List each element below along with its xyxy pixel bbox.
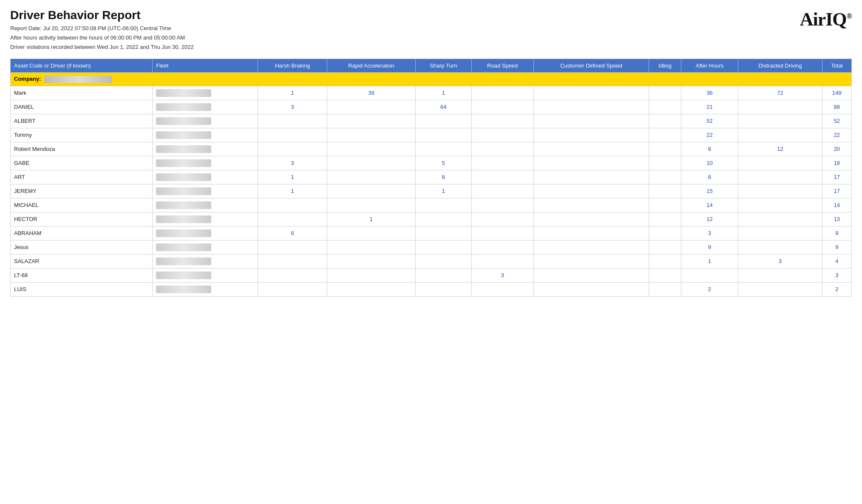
report-date-line: Report Date: Jul 20, 2022 07:50:08 PM (U… [10,24,194,33]
after-hours-cell: 15 [681,184,738,198]
harsh-braking-cell: 3 [258,100,327,114]
driver-name: LT-68 [11,268,153,282]
idling-cell [649,156,681,170]
sharp-turn-cell [415,254,471,268]
after-hours-cell: 8 [681,142,738,156]
after-hours-cell: 10 [681,156,738,170]
fleet-cell [153,142,258,156]
harsh-braking-cell: 1 [258,170,327,184]
fleet-cell [153,128,258,142]
rapid-accel-cell [327,114,416,128]
idling-cell [649,86,681,100]
distracted-driving-cell [738,100,822,114]
road-speed-cell [471,240,533,254]
table-row: GABE351018 [11,156,852,170]
idling-cell [649,268,681,282]
table-row: ABRAHAM639 [11,226,852,240]
col-header-fleet: Fleet [153,59,258,73]
fleet-cell [153,114,258,128]
distracted-driving-cell [738,198,822,212]
fleet-cell [153,170,258,184]
table-row: LUIS22 [11,282,852,296]
idling-cell [649,184,681,198]
total-cell: 3 [822,268,851,282]
road-speed-cell [471,142,533,156]
rapid-accel-cell [327,226,416,240]
cds-cell [533,114,649,128]
cds-cell [533,212,649,226]
road-speed-cell [471,170,533,184]
fleet-cell [153,156,258,170]
fleet-cell [153,226,258,240]
sharp-turn-cell: 1 [415,184,471,198]
col-header-idling: Idling [649,59,681,73]
distracted-driving-cell [738,212,822,226]
table-row: Robert Mendoza81220 [11,142,852,156]
distracted-driving-cell [738,240,822,254]
driver-name: LUIS [11,282,153,296]
total-cell: 22 [822,128,851,142]
driver-name: JEREMY [11,184,153,198]
sharp-turn-cell [415,198,471,212]
harsh-braking-cell [258,142,327,156]
sharp-turn-cell: 8 [415,170,471,184]
sharp-turn-cell [415,226,471,240]
road-speed-cell [471,254,533,268]
table-row: DANIEL3642188 [11,100,852,114]
total-cell: 2 [822,282,851,296]
rapid-accel-cell [327,156,416,170]
report-violations-line: Driver violations recorded between Wed J… [10,42,194,52]
distracted-driving-cell [738,128,822,142]
sharp-turn-cell [415,128,471,142]
table-row: MICHAEL1414 [11,198,852,212]
cds-cell [533,240,649,254]
rapid-accel-cell [327,100,416,114]
road-speed-cell [471,184,533,198]
distracted-driving-cell [738,282,822,296]
total-cell: 17 [822,170,851,184]
driver-name: ABRAHAM [11,226,153,240]
driver-name: SALAZAR [11,254,153,268]
rapid-accel-cell [327,198,416,212]
table-row: Jesus99 [11,240,852,254]
fleet-cell [153,254,258,268]
cds-cell [533,226,649,240]
col-header-rapid-acceleration: Rapid Acceleration [327,59,416,73]
harsh-braking-cell [258,198,327,212]
fleet-cell [153,100,258,114]
cds-cell [533,254,649,268]
total-cell: 149 [822,86,851,100]
cds-cell [533,128,649,142]
idling-cell [649,198,681,212]
report-after-hours-line: After hours activity between the hours o… [10,33,194,42]
company-label: Company: [14,76,41,82]
idling-cell [649,142,681,156]
harsh-braking-cell [258,240,327,254]
col-header-road-speed: Road Speed [471,59,533,73]
harsh-braking-cell: 6 [258,226,327,240]
distracted-driving-cell [738,156,822,170]
driver-name: MICHAEL [11,198,153,212]
rapid-accel-cell [327,128,416,142]
rapid-accel-cell [327,142,416,156]
fleet-cell [153,240,258,254]
fleet-cell [153,282,258,296]
after-hours-cell: 22 [681,128,738,142]
driver-name: Mark [11,86,153,100]
total-cell: 18 [822,156,851,170]
total-cell: 9 [822,226,851,240]
sharp-turn-cell [415,212,471,226]
harsh-braking-cell [258,254,327,268]
cds-cell [533,86,649,100]
table-row: SALAZAR134 [11,254,852,268]
rapid-accel-cell [327,184,416,198]
harsh-braking-cell [258,268,327,282]
table-row: LT-6833 [11,268,852,282]
idling-cell [649,128,681,142]
harsh-braking-cell [258,128,327,142]
total-cell: 88 [822,100,851,114]
road-speed-cell [471,282,533,296]
sharp-turn-cell [415,142,471,156]
company-row: Company: [11,73,852,86]
road-speed-cell [471,86,533,100]
